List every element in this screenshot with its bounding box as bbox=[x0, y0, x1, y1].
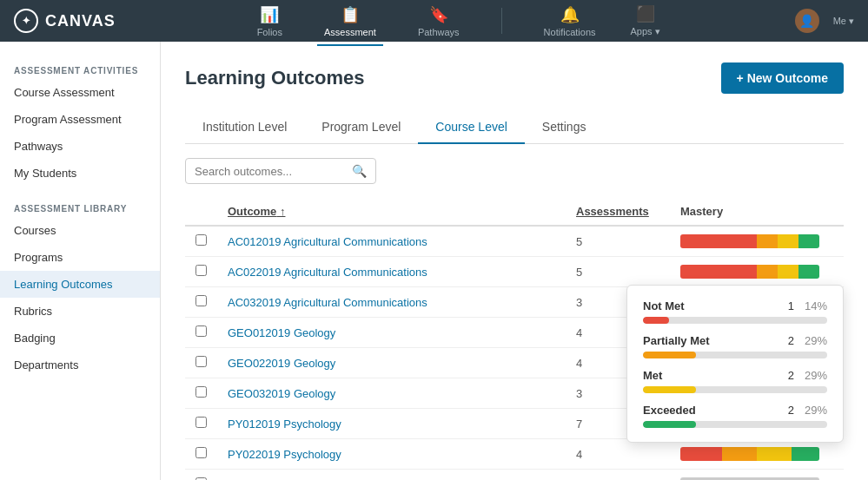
tooltip-label-row: Not Met 1 14% bbox=[643, 299, 827, 312]
row-outcome-cell: PY022019 Psychology bbox=[217, 439, 566, 470]
nav-item-pathways[interactable]: 🔖 Pathways bbox=[411, 2, 467, 41]
tab-course-level[interactable]: Course Level bbox=[418, 111, 525, 144]
mastery-bar bbox=[680, 447, 819, 461]
mastery-segment bbox=[757, 447, 792, 461]
tooltip-label: Exceeded bbox=[643, 404, 696, 417]
col-checkbox bbox=[185, 198, 217, 226]
tab-settings[interactable]: Settings bbox=[525, 111, 604, 144]
pathways-icon: 🔖 bbox=[429, 5, 448, 24]
row-checkbox-cell bbox=[185, 409, 217, 439]
outcome-link[interactable]: AC032019 Agricultural Communications bbox=[228, 296, 427, 309]
sidebar-item-rubrics[interactable]: Rubrics bbox=[0, 298, 160, 325]
row-outcome-cell: GEO012019 Geology bbox=[217, 318, 566, 348]
row-checkbox[interactable] bbox=[195, 386, 207, 398]
row-checkbox-cell bbox=[185, 378, 217, 409]
row-checkbox-cell bbox=[185, 439, 217, 470]
nav-right: 👤 Me ▾ bbox=[795, 9, 854, 33]
user-avatar[interactable]: 👤 bbox=[795, 9, 819, 33]
table-row: PY032019 Psychology 0 bbox=[185, 470, 844, 481]
mastery-segment bbox=[798, 234, 819, 248]
nav-divider bbox=[501, 8, 502, 34]
sidebar-item-courses[interactable]: Courses bbox=[0, 217, 160, 244]
nav-item-notifications[interactable]: 🔔 Notifications bbox=[537, 2, 603, 41]
row-checkbox-cell bbox=[185, 226, 217, 257]
page-header: Learning Outcomes + New Outcome bbox=[185, 62, 844, 94]
tooltip-count: 2 bbox=[788, 334, 794, 347]
sidebar-item-programs[interactable]: Programs bbox=[0, 244, 160, 271]
tooltip-label-row: Exceeded 2 29% bbox=[643, 404, 827, 417]
tooltip-row: Exceeded 2 29% bbox=[643, 404, 827, 428]
tooltip-row: Met 2 29% bbox=[643, 369, 827, 393]
nav-item-folios[interactable]: 📊 Folios bbox=[250, 2, 289, 41]
table-row: PY022019 Psychology 4 bbox=[185, 439, 844, 470]
tooltip-pct: 29% bbox=[805, 404, 827, 417]
outcome-link[interactable]: AC022019 Agricultural Communications bbox=[228, 266, 427, 279]
search-input[interactable] bbox=[195, 165, 352, 178]
tooltip-count: 2 bbox=[788, 369, 794, 382]
row-checkbox[interactable] bbox=[195, 234, 207, 246]
tooltip-label-row: Partially Met 2 29% bbox=[643, 334, 827, 347]
mastery-segment bbox=[798, 265, 819, 279]
sidebar-item-badging[interactable]: Badging bbox=[0, 325, 160, 352]
outcome-link[interactable]: GEO012019 Geology bbox=[228, 326, 335, 339]
tooltip-pct: 29% bbox=[805, 334, 827, 347]
tooltip-counts: 1 14% bbox=[788, 299, 827, 312]
tooltip-counts: 2 29% bbox=[788, 404, 827, 417]
nav-me-label[interactable]: Me ▾ bbox=[833, 16, 854, 27]
assessment-icon: 📋 bbox=[341, 5, 360, 24]
row-checkbox[interactable] bbox=[195, 447, 207, 458]
mastery-segment bbox=[757, 265, 778, 279]
tooltip-bar-fill bbox=[643, 421, 696, 428]
tooltip-count: 1 bbox=[788, 299, 794, 312]
outcome-link[interactable]: GEO022019 Geology bbox=[228, 357, 335, 370]
row-outcome-cell: AC032019 Agricultural Communications bbox=[217, 287, 566, 318]
tooltip-bar-container bbox=[643, 352, 827, 358]
table-row: AC012019 Agricultural Communications 5 bbox=[185, 226, 844, 257]
new-outcome-button[interactable]: + New Outcome bbox=[721, 62, 844, 94]
page-title: Learning Outcomes bbox=[185, 67, 365, 89]
sidebar-item-program-assessment[interactable]: Program Assessment bbox=[0, 106, 160, 133]
tooltip-counts: 2 29% bbox=[788, 334, 827, 347]
sidebar-item-departments[interactable]: Departments bbox=[0, 352, 160, 378]
sidebar-item-learning-outcomes[interactable]: Learning Outcomes bbox=[0, 271, 160, 298]
tooltip-pct: 14% bbox=[805, 299, 827, 312]
outcome-link[interactable]: GEO032019 Geology bbox=[228, 387, 335, 400]
logo-icon: ✦ bbox=[14, 9, 38, 33]
mastery-segment bbox=[778, 265, 798, 279]
row-checkbox[interactable] bbox=[195, 356, 207, 367]
outcome-link[interactable]: AC012019 Agricultural Communications bbox=[228, 235, 427, 248]
top-nav: ✦ CANVAS 📊 Folios 📋 Assessment 🔖 Pathway… bbox=[0, 0, 868, 42]
tooltip-label-row: Met 2 29% bbox=[643, 369, 827, 382]
row-assessments-cell: 0 bbox=[566, 470, 670, 481]
row-outcome-cell: AC022019 Agricultural Communications bbox=[217, 257, 566, 287]
col-assessments-header[interactable]: Assessments bbox=[566, 198, 670, 226]
row-checkbox-cell bbox=[185, 470, 217, 481]
mastery-segment bbox=[722, 447, 757, 461]
row-outcome-cell: PY012019 Psychology bbox=[217, 409, 566, 439]
row-outcome-cell: PY032019 Psychology bbox=[217, 470, 566, 481]
sidebar-item-course-assessment[interactable]: Course Assessment bbox=[0, 79, 160, 106]
app-logo[interactable]: ✦ CANVAS bbox=[14, 9, 116, 33]
tab-institution-level[interactable]: Institution Level bbox=[185, 111, 304, 144]
row-checkbox[interactable] bbox=[195, 417, 207, 428]
tab-program-level[interactable]: Program Level bbox=[304, 111, 418, 144]
row-checkbox[interactable] bbox=[195, 325, 207, 337]
outcome-link[interactable]: PY012019 Psychology bbox=[228, 418, 341, 431]
row-outcome-cell: GEO032019 Geology bbox=[217, 378, 566, 409]
row-checkbox[interactable] bbox=[195, 295, 207, 306]
tooltip-pct: 29% bbox=[805, 369, 827, 382]
tooltip-row: Not Met 1 14% bbox=[643, 299, 827, 324]
col-outcome-header[interactable]: Outcome ↑ bbox=[217, 198, 566, 226]
sidebar-item-my-students[interactable]: My Students bbox=[0, 160, 160, 187]
row-mastery-cell bbox=[670, 470, 844, 481]
nav-item-apps[interactable]: ⬛ Apps ▾ bbox=[631, 4, 660, 37]
row-assessments-cell: 5 bbox=[566, 257, 670, 287]
nav-item-assessment[interactable]: 📋 Assessment bbox=[317, 2, 383, 41]
sidebar-section-activities: ASSESSMENT ACTIVITIES bbox=[0, 59, 160, 79]
outcome-link[interactable]: PY022019 Psychology bbox=[228, 448, 341, 461]
nav-label-folios: Folios bbox=[257, 27, 282, 37]
tooltip-bar-fill bbox=[643, 317, 669, 324]
sidebar-item-pathways[interactable]: Pathways bbox=[0, 133, 160, 160]
layout: ASSESSMENT ACTIVITIES Course Assessment … bbox=[0, 42, 868, 480]
row-checkbox[interactable] bbox=[195, 265, 207, 276]
